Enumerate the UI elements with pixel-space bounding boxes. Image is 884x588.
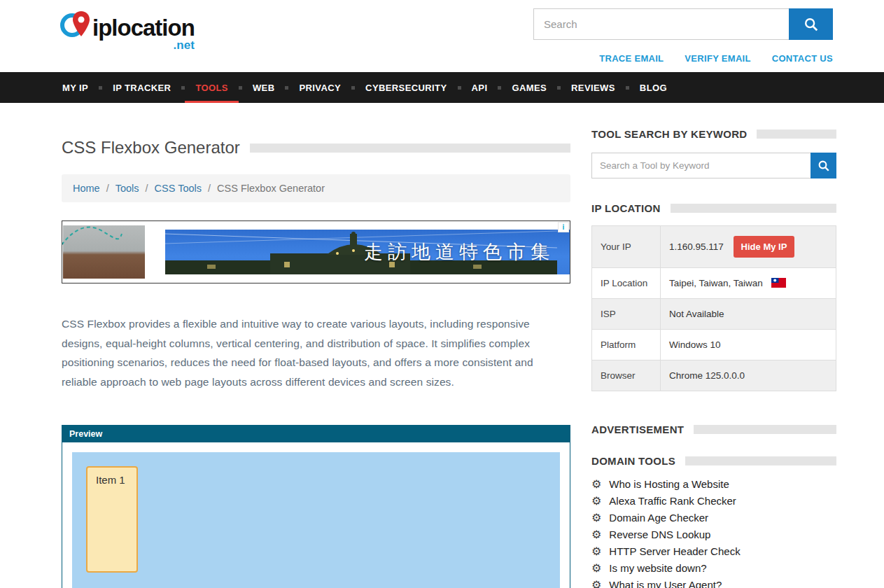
preview-panel: Preview Item 1 — [62, 425, 570, 588]
breadcrumb: Home / Tools / CSS Tools / CSS Flexbox G… — [62, 174, 570, 202]
header-links: TRACE EMAIL VERIFY EMAIL CONTACT US — [599, 53, 833, 64]
row-value-cell: Windows 10 — [661, 330, 836, 360]
tool-search — [591, 153, 836, 178]
list-item: ⚙ Domain Age Checker — [591, 512, 836, 524]
ip-location-table: Your IP 1.160.95.117 Hide My IP IP Locat… — [591, 225, 836, 391]
table-row: Your IP 1.160.95.117 Hide My IP — [592, 226, 836, 268]
domain-tools-list: ⚙ Who is Hosting a Website ⚙ Alexa Traff… — [591, 478, 836, 588]
gear-icon: ⚙ — [591, 479, 601, 490]
main-content: CSS Flexbox Generator Home / Tools / CSS… — [62, 128, 570, 588]
breadcrumb-separator: / — [208, 183, 211, 194]
domain-tool-link-http-header[interactable]: HTTP Server Header Check — [609, 545, 740, 557]
breadcrumb-tools[interactable]: Tools — [115, 183, 139, 194]
search-icon — [818, 160, 830, 172]
heading-decoration-bar — [694, 425, 836, 434]
row-value-cell: Taipei, Taiwan, Taiwan — [661, 268, 836, 299]
gear-icon: ⚙ — [591, 529, 601, 540]
nav-item-games[interactable]: GAMES — [501, 72, 557, 103]
header-search — [533, 8, 833, 40]
row-label: IP Location — [592, 268, 661, 299]
table-row: Platform Windows 10 — [592, 330, 836, 360]
list-item: ⚙ Who is Hosting a Website — [591, 478, 836, 490]
row-label: ISP — [592, 299, 661, 330]
contact-us-link[interactable]: CONTACT US — [772, 53, 833, 64]
search-input[interactable] — [533, 8, 789, 40]
advertisement-heading: ADVERTISEMENT — [591, 424, 684, 435]
page-description: CSS Flexbox provides a flexible and intu… — [62, 314, 570, 391]
location-pin-icon — [60, 8, 91, 49]
flex-item-1[interactable]: Item 1 — [86, 466, 138, 573]
main-navbar: MY IP IP TRACKER TOOLS WEB PRIVACY CYBER… — [0, 72, 884, 103]
taiwan-flag-icon — [771, 278, 786, 288]
page-body: CSS Flexbox Generator Home / Tools / CSS… — [0, 103, 884, 588]
nav-item-api[interactable]: API — [461, 72, 498, 103]
domain-tool-link-reverse-dns[interactable]: Reverse DNS Lookup — [609, 528, 710, 540]
gear-icon: ⚙ — [591, 580, 601, 588]
breadcrumb-css-tools[interactable]: CSS Tools — [155, 183, 202, 194]
heading-decoration-bar — [685, 456, 836, 465]
ad-banner[interactable]: 走訪地道特色市集 i — [62, 220, 570, 284]
ad-headline: 走訪地道特色市集 — [364, 239, 554, 265]
breadcrumb-separator: / — [106, 183, 109, 194]
domain-tool-link-alexa-rank[interactable]: Alexa Traffic Rank Checker — [609, 495, 736, 507]
preview-body: Item 1 — [62, 442, 570, 588]
preview-panel-title: Preview — [62, 426, 570, 442]
tool-search-button[interactable] — [811, 153, 836, 178]
ad-creative: 走訪地道特色市集 — [165, 230, 570, 274]
breadcrumb-current: CSS Flexbox Generator — [217, 183, 325, 194]
domain-tool-link-domain-age[interactable]: Domain Age Checker — [609, 512, 708, 524]
nav-item-web[interactable]: WEB — [242, 72, 286, 103]
heading-decoration-bar — [757, 130, 836, 139]
domain-tool-link-user-agent[interactable]: What is my User Agent? — [609, 579, 722, 588]
page-title: CSS Flexbox Generator — [62, 138, 240, 158]
list-item: ⚙ Reverse DNS Lookup — [591, 528, 836, 540]
verify-email-link[interactable]: VERIFY EMAIL — [685, 53, 750, 64]
domain-tool-link-website-down[interactable]: Is my website down? — [609, 562, 706, 574]
ip-address-value: 1.160.95.117 — [669, 241, 724, 252]
gear-icon: ⚙ — [591, 496, 601, 507]
hide-my-ip-button[interactable]: Hide My IP — [734, 236, 795, 258]
nav-item-tools[interactable]: TOOLS — [185, 72, 239, 103]
row-value-cell: 1.160.95.117 Hide My IP — [661, 226, 836, 268]
sidebar: TOOL SEARCH BY KEYWORD IP LOCATION Your … — [591, 128, 836, 588]
row-value-cell: Chrome 125.0.0.0 — [661, 360, 836, 391]
list-item: ⚙ Alexa Traffic Rank Checker — [591, 495, 836, 507]
trace-email-link[interactable]: TRACE EMAIL — [599, 53, 664, 64]
search-icon — [804, 17, 819, 32]
breadcrumb-home[interactable]: Home — [73, 183, 100, 194]
table-row: ISP Not Available — [592, 299, 836, 330]
gear-icon: ⚙ — [591, 546, 601, 557]
gear-icon: ⚙ — [591, 512, 601, 524]
ad-photo — [63, 225, 145, 279]
row-label: Platform — [592, 330, 661, 360]
nav-item-my-ip[interactable]: MY IP — [52, 72, 99, 103]
domain-tools-heading: DOMAIN TOOLS — [591, 455, 675, 467]
nav-item-blog[interactable]: BLOG — [629, 72, 678, 103]
row-label: Your IP — [592, 226, 661, 268]
nav-item-ip-tracker[interactable]: IP TRACKER — [102, 72, 181, 103]
adchoices-icon[interactable]: i — [558, 222, 569, 232]
heading-decoration-bar — [671, 204, 836, 213]
list-item: ⚙ Is my website down? — [591, 562, 836, 574]
breadcrumb-separator: / — [146, 183, 148, 194]
tool-search-heading: TOOL SEARCH BY KEYWORD — [591, 128, 747, 140]
nav-item-cybersecurity[interactable]: CYBERSECURITY — [355, 72, 457, 103]
title-decoration-bar — [250, 144, 570, 153]
top-header: iplocation .net TRACE EMAIL VERIFY EMAIL… — [0, 0, 884, 72]
logo-tld: .net — [174, 39, 195, 51]
row-label: Browser — [592, 360, 661, 391]
list-item: ⚙ What is my User Agent? — [591, 579, 836, 588]
ip-location-heading: IP LOCATION — [591, 202, 661, 214]
table-row: Browser Chrome 125.0.0.0 — [592, 360, 836, 391]
nav-item-privacy[interactable]: PRIVACY — [288, 72, 351, 103]
nav-item-reviews[interactable]: REVIEWS — [561, 72, 626, 103]
flexbox-preview-container: Item 1 — [72, 452, 560, 588]
logo-text: iplocation — [92, 15, 195, 41]
domain-tool-link-hosting[interactable]: Who is Hosting a Website — [609, 478, 729, 490]
search-button[interactable] — [789, 8, 833, 40]
tool-search-input[interactable] — [591, 153, 811, 178]
site-logo[interactable]: iplocation .net — [60, 8, 195, 51]
ad-decorative-curve — [62, 221, 123, 249]
list-item: ⚙ HTTP Server Header Check — [591, 545, 836, 557]
ip-location-value: Taipei, Taiwan, Taiwan — [669, 278, 763, 288]
